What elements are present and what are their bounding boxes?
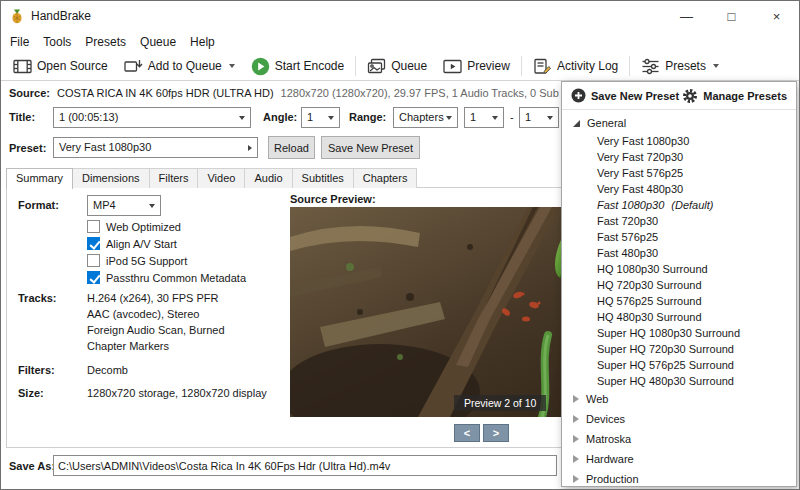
- preset-group-general[interactable]: General: [562, 113, 796, 133]
- preset-item[interactable]: HQ 720p30 Surround: [562, 277, 796, 293]
- preset-item[interactable]: HQ 480p30 Surround: [562, 309, 796, 325]
- menu-queue[interactable]: Queue: [133, 33, 183, 51]
- chevron-down-icon: [446, 116, 452, 120]
- checkbox-icon[interactable]: [87, 271, 100, 284]
- close-button[interactable]: ×: [754, 1, 799, 31]
- range-to-select[interactable]: 1: [519, 107, 559, 128]
- preset-group-hardware[interactable]: Hardware: [562, 449, 796, 469]
- preset-item[interactable]: Very Fast 576p25: [562, 165, 796, 181]
- add-to-queue-label: Add to Queue: [148, 59, 222, 73]
- open-source-button[interactable]: Open Source: [5, 55, 116, 78]
- menu-tools[interactable]: Tools: [36, 33, 78, 51]
- preset-label: Preset:: [9, 142, 46, 154]
- reload-button[interactable]: Reload: [268, 136, 315, 159]
- tab-video[interactable]: Video: [197, 168, 245, 188]
- preset-item[interactable]: Super HQ 576p25 Surround: [562, 357, 796, 373]
- title-select[interactable]: 1 (00:05:13): [53, 107, 251, 128]
- checkbox-web-optimized[interactable]: Web Optimized: [87, 218, 246, 235]
- angle-select[interactable]: 1: [301, 107, 340, 128]
- activity-log-icon: [533, 58, 552, 75]
- add-to-queue-button[interactable]: Add to Queue: [116, 55, 243, 78]
- expand-icon[interactable]: [573, 455, 579, 463]
- range-to-value: 1: [525, 111, 531, 123]
- preset-item-label: Fast 576p25: [597, 231, 658, 243]
- checkbox-icon[interactable]: [87, 220, 100, 233]
- tab-chapters[interactable]: Chapters: [353, 168, 418, 188]
- preset-group-production[interactable]: Production: [562, 469, 796, 487]
- preview-next-button[interactable]: >: [483, 424, 509, 442]
- save-as-input[interactable]: [53, 455, 557, 476]
- preset-item[interactable]: Fast 720p30: [562, 213, 796, 229]
- preset-item[interactable]: Super HQ 1080p30 Surround: [562, 325, 796, 341]
- preset-group-devices[interactable]: Devices: [562, 409, 796, 429]
- preview-navigation: < >: [454, 424, 509, 442]
- range-from-select[interactable]: 1: [464, 107, 504, 128]
- menu-file[interactable]: File: [3, 33, 36, 51]
- tab-audio[interactable]: Audio: [244, 168, 292, 188]
- preset-item[interactable]: Super HQ 480p30 Surround: [562, 373, 796, 389]
- format-select-value: MP4: [93, 199, 116, 211]
- checkbox-passthru-common-metadata[interactable]: Passthru Common Metadata: [87, 269, 246, 286]
- tab-summary[interactable]: Summary: [6, 168, 73, 189]
- chevron-down-icon: [713, 64, 719, 68]
- preset-group-label: Web: [586, 393, 608, 405]
- save-new-preset-button[interactable]: Save New Preset: [321, 136, 420, 159]
- expand-icon[interactable]: [573, 475, 579, 483]
- format-select[interactable]: MP4: [87, 195, 161, 216]
- presets-button[interactable]: Presets: [633, 55, 727, 78]
- menu-help[interactable]: Help: [183, 33, 222, 51]
- preset-group-label: Matroska: [586, 433, 631, 445]
- presets-icon: [641, 58, 660, 75]
- preset-item[interactable]: Fast 576p25: [562, 229, 796, 245]
- activity-log-button[interactable]: Activity Log: [525, 55, 626, 78]
- preset-item[interactable]: Super HQ 720p30 Surround: [562, 341, 796, 357]
- preset-item[interactable]: Fast 1080p30(Default): [562, 197, 796, 213]
- preset-group-matroska[interactable]: Matroska: [562, 429, 796, 449]
- source-label: Source:: [9, 87, 50, 99]
- preview-button[interactable]: Preview: [435, 55, 518, 78]
- preset-group-label: Production: [586, 473, 639, 485]
- toolbar-separator: [355, 56, 356, 76]
- checkbox-ipod-5g-support[interactable]: iPod 5G Support: [87, 252, 246, 269]
- tab-subtitles[interactable]: Subtitles: [292, 168, 354, 188]
- checkbox-icon[interactable]: [87, 237, 100, 250]
- expand-icon[interactable]: [573, 435, 579, 443]
- title-bar: HandBrake — □ ×: [1, 1, 799, 31]
- minimize-button[interactable]: —: [664, 1, 709, 31]
- save-as-label: Save As:: [9, 460, 55, 472]
- preset-item[interactable]: Very Fast 720p30: [562, 149, 796, 165]
- queue-button[interactable]: Queue: [359, 55, 435, 78]
- expand-icon[interactable]: [573, 415, 579, 423]
- menu-presets[interactable]: Presets: [78, 33, 133, 51]
- tab-filters[interactable]: Filters: [149, 168, 199, 188]
- preset-group-web[interactable]: Web: [562, 389, 796, 409]
- add-to-queue-icon: [124, 58, 143, 75]
- preview-counter-badge: Preview 2 of 10: [454, 395, 546, 411]
- checkbox-icon[interactable]: [87, 254, 100, 267]
- collapse-icon[interactable]: [573, 120, 580, 127]
- preset-group-label: Hardware: [586, 453, 634, 465]
- maximize-button[interactable]: □: [709, 1, 754, 31]
- checkbox-label: iPod 5G Support: [106, 255, 187, 267]
- manage-presets-button[interactable]: Manage Presets: [682, 88, 787, 104]
- range-type-select[interactable]: Chapters: [393, 107, 458, 128]
- preset-item[interactable]: Fast 480p30: [562, 245, 796, 261]
- preview-prev-button[interactable]: <: [454, 424, 480, 442]
- checkbox-align-a-v-start[interactable]: Align A/V Start: [87, 235, 246, 252]
- preset-item[interactable]: HQ 1080p30 Surround: [562, 261, 796, 277]
- activity-log-label: Activity Log: [557, 59, 618, 73]
- preset-combo[interactable]: Very Fast 1080p30: [53, 137, 258, 158]
- preset-item[interactable]: Very Fast 480p30: [562, 181, 796, 197]
- chevron-down-icon: [149, 204, 155, 208]
- preset-item[interactable]: Very Fast 1080p30: [562, 133, 796, 149]
- panel-save-new-preset-button[interactable]: Save New Preset: [571, 88, 679, 103]
- preset-item[interactable]: HQ 576p25 Surround: [562, 293, 796, 309]
- filters-value: Decomb: [87, 364, 128, 376]
- queue-label: Queue: [391, 59, 427, 73]
- tab-dimensions[interactable]: Dimensions: [72, 168, 149, 188]
- expand-icon[interactable]: [573, 395, 579, 403]
- preset-item-label: HQ 480p30 Surround: [597, 311, 702, 323]
- chevron-down-icon: [239, 116, 245, 120]
- start-encode-button[interactable]: Start Encode: [243, 54, 352, 79]
- preset-item-label: HQ 576p25 Surround: [597, 295, 702, 307]
